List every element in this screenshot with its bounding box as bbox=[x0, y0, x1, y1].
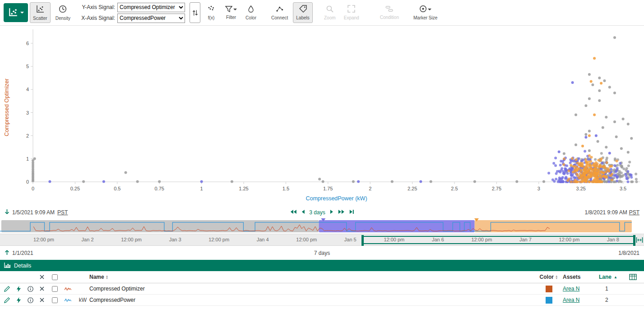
condition-button: Condition bbox=[377, 2, 402, 23]
x-axis-signal-label: X-Axis Signal: bbox=[78, 15, 115, 21]
step-to-end-button[interactable] bbox=[349, 209, 354, 216]
chevron-down-icon bbox=[20, 12, 24, 14]
connect-button[interactable]: Connect bbox=[268, 2, 291, 23]
color-button[interactable]: Color bbox=[242, 2, 260, 23]
color-swatch[interactable] bbox=[546, 286, 552, 292]
scatter-chart-icon bbox=[8, 7, 18, 18]
timeline-axis-label: Jan 7 bbox=[519, 237, 532, 242]
info-icon[interactable] bbox=[24, 286, 36, 292]
scatter-mode-button[interactable]: Scatter bbox=[30, 2, 51, 23]
select-all-checkbox[interactable] bbox=[52, 274, 58, 280]
connect-label: Connect bbox=[271, 15, 288, 20]
svg-text:3: 3 bbox=[26, 110, 29, 115]
timeline-axis-label: 12:00 pm bbox=[471, 237, 492, 242]
labels-label: Labels bbox=[296, 15, 309, 20]
signal-wave-icon bbox=[61, 298, 74, 303]
magnifier-icon bbox=[326, 5, 334, 14]
signal-wave-icon bbox=[61, 286, 74, 291]
investigate-start-arrow-icon bbox=[5, 249, 9, 257]
selector-left-handle[interactable] bbox=[361, 235, 364, 246]
investigate-range-start[interactable]: 1/1/2021 bbox=[12, 250, 33, 256]
labels-button[interactable]: Labels bbox=[293, 2, 312, 23]
edit-icon[interactable] bbox=[1, 286, 13, 292]
investigate-duration[interactable]: 7 days bbox=[314, 250, 330, 256]
funnel-icon bbox=[225, 5, 232, 14]
timeline-axis-label: Jan 5 bbox=[344, 237, 357, 242]
timeline-axis-label: 12:00 pm bbox=[208, 237, 229, 242]
derive-icon[interactable] bbox=[13, 286, 24, 292]
row-checkbox[interactable] bbox=[52, 297, 58, 303]
asset-link[interactable]: Area N bbox=[563, 297, 579, 303]
table-row: Compressed OptimizerArea N1 bbox=[0, 283, 644, 295]
sort-icon: ▲▼ bbox=[555, 275, 558, 279]
density-mode-button[interactable]: Density bbox=[52, 2, 74, 23]
edit-icon[interactable] bbox=[1, 297, 13, 303]
svg-text:1: 1 bbox=[26, 156, 29, 162]
y-axis-signal-select[interactable]: Compressed Optimizer bbox=[117, 3, 185, 12]
swap-axes-button[interactable] bbox=[190, 2, 200, 23]
y-axis-signal-label: Y-Axis Signal: bbox=[78, 4, 115, 10]
display-range-bar: 1/5/2021 9:09 AM PST 3 days 1/8/2021 9:0… bbox=[0, 206, 644, 218]
expand-label: Expand bbox=[344, 15, 359, 20]
step-forward-button[interactable] bbox=[330, 209, 334, 216]
density-label: Density bbox=[56, 16, 70, 21]
timezone-link[interactable]: PST bbox=[629, 209, 639, 216]
swap-arrows-icon bbox=[192, 9, 198, 17]
remove-icon[interactable] bbox=[36, 286, 48, 291]
step-size-link[interactable]: 3 days bbox=[309, 209, 325, 216]
x-axis-signal-select[interactable]: CompressedPower bbox=[117, 14, 185, 23]
sort-asc-icon: ▲ bbox=[614, 275, 617, 279]
svg-text:4: 4 bbox=[26, 87, 29, 92]
table-grid-icon[interactable] bbox=[622, 274, 643, 280]
axis-signal-controls: Y-Axis Signal: Compressed Optimizer X-Ax… bbox=[78, 3, 185, 23]
timezone-link[interactable]: PST bbox=[57, 209, 68, 216]
scatter-plot-canvas: 00.250.50.7511.251.51.7522.252.52.7533.2… bbox=[0, 26, 644, 206]
step-back-much-button[interactable] bbox=[290, 209, 297, 216]
timeline-axis-label: Jan 2 bbox=[82, 237, 94, 242]
display-range-end[interactable]: 1/8/2021 9:09 AM bbox=[585, 209, 627, 216]
remove-all-icon[interactable] bbox=[36, 275, 48, 279]
derive-icon[interactable] bbox=[13, 297, 24, 303]
chart-type-menu-button[interactable] bbox=[4, 3, 28, 22]
display-range-start[interactable]: 1/5/2021 9:09 AM bbox=[12, 209, 55, 216]
asset-link[interactable]: Area N bbox=[563, 286, 579, 292]
svg-text:6: 6 bbox=[26, 41, 29, 46]
column-header-name[interactable]: Name ▲▼ bbox=[89, 274, 535, 280]
density-icon bbox=[59, 5, 67, 14]
timeline-axis-label: 12:00 pm bbox=[296, 237, 317, 242]
svg-text:0: 0 bbox=[26, 179, 29, 185]
timeline-axis-label: Jan 8 bbox=[607, 237, 619, 242]
svg-text:0.75: 0.75 bbox=[154, 186, 164, 191]
svg-text:5: 5 bbox=[26, 64, 29, 69]
timeline-axis[interactable]: 12:00 pmJan 212:00 pmJan 312:00 pmJan 41… bbox=[0, 234, 644, 246]
connect-icon bbox=[276, 5, 284, 14]
expand-arrows-icon bbox=[347, 5, 355, 14]
scatter-plot[interactable]: 00.250.50.7511.251.51.7522.252.52.7533.2… bbox=[0, 26, 644, 206]
resize-range-icon[interactable] bbox=[636, 237, 643, 245]
column-header-lane[interactable]: Lane ▲ bbox=[599, 274, 622, 280]
svg-text:2.75: 2.75 bbox=[492, 186, 501, 191]
color-swatch[interactable] bbox=[546, 297, 552, 304]
column-header-assets[interactable]: Assets bbox=[563, 274, 599, 280]
marker-size-button[interactable]: Marker Size bbox=[410, 2, 440, 23]
signal-name: CompressedPower bbox=[89, 297, 535, 303]
investigate-range-end[interactable]: 1/8/2021 bbox=[618, 250, 639, 256]
step-back-button[interactable] bbox=[301, 209, 305, 216]
timeline-axis-label: 12:00 pm bbox=[559, 237, 580, 242]
info-icon[interactable] bbox=[24, 297, 36, 303]
fx-button[interactable]: f(x) bbox=[202, 2, 220, 23]
step-forward-much-button[interactable] bbox=[338, 209, 345, 216]
timeline-axis-label: Jan 4 bbox=[257, 237, 269, 242]
timeline-axis-label: Jan 3 bbox=[169, 237, 181, 242]
filter-button[interactable]: Filter bbox=[222, 2, 240, 23]
remove-icon[interactable] bbox=[36, 298, 48, 302]
timeline-preview[interactable] bbox=[0, 218, 644, 234]
svg-text:CompressedPower (kW): CompressedPower (kW) bbox=[306, 195, 367, 202]
svg-text:0: 0 bbox=[32, 186, 34, 191]
row-checkbox[interactable] bbox=[52, 286, 58, 292]
svg-text:1.75: 1.75 bbox=[323, 186, 333, 191]
lane-value: 1 bbox=[599, 286, 622, 292]
column-header-color[interactable]: Color ▲▼ bbox=[535, 274, 563, 280]
selector-right-handle[interactable] bbox=[633, 235, 635, 246]
details-panel-header[interactable]: Details bbox=[0, 260, 644, 271]
